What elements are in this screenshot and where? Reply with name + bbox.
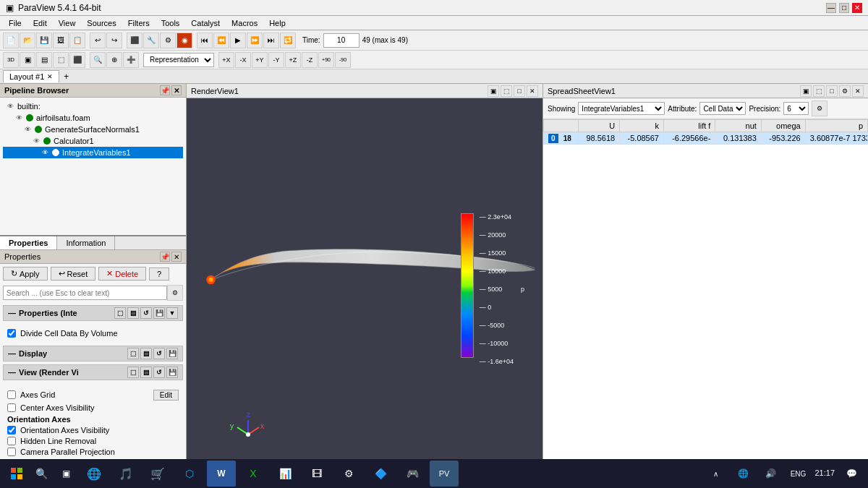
taskbar-app-edge[interactable]: 🌐 xyxy=(80,461,109,487)
time-input[interactable] xyxy=(323,33,359,48)
ss-showing-select[interactable]: IntegrateVariables1 xyxy=(578,102,665,115)
play-button[interactable]: ▶ xyxy=(230,33,246,48)
display-icon-2[interactable]: ▤ xyxy=(140,348,152,359)
menu-file[interactable]: File xyxy=(3,17,27,29)
axes-grid-edit-button[interactable]: Edit xyxy=(153,390,179,401)
new-button[interactable]: 📄 xyxy=(3,33,19,48)
taskbar-app-word[interactable]: W xyxy=(207,461,236,487)
taskbar-app-media[interactable]: 🎞 xyxy=(302,461,331,487)
reset-button[interactable]: ↩ Reset xyxy=(51,267,96,281)
rotate-90-plus[interactable]: +90 xyxy=(318,52,334,68)
tab-properties[interactable]: Properties xyxy=(0,236,57,249)
rv-btn2[interactable]: ⬚ xyxy=(501,85,512,97)
rotate-90-minus[interactable]: -90 xyxy=(335,52,351,68)
next-button[interactable]: ⏩ xyxy=(247,33,263,48)
tb-btn-4[interactable]: 🖼 xyxy=(53,33,69,48)
tab-information[interactable]: Information xyxy=(57,236,115,249)
rv-btn1[interactable]: ▣ xyxy=(488,85,499,97)
taskbar-app-blue[interactable]: 🔷 xyxy=(366,461,395,487)
maximize-button[interactable]: □ xyxy=(839,3,849,13)
view-z-minus[interactable]: -Z xyxy=(302,52,318,68)
view-x-plus[interactable]: +X xyxy=(218,52,234,68)
lang-button[interactable]: ENG xyxy=(787,463,809,484)
search-button[interactable]: 🔍 xyxy=(30,463,52,484)
taskbar-app-excel[interactable]: X xyxy=(239,461,268,487)
taskview-button[interactable]: ▣ xyxy=(55,463,77,484)
table-row[interactable]: 0 18 98.5618 -5.08567 -6.29566e- 0.13138… xyxy=(544,132,868,145)
rv-btn3[interactable]: □ xyxy=(514,85,525,97)
ss-attribute-select[interactable]: Cell Data xyxy=(699,102,746,115)
start-button[interactable] xyxy=(6,463,27,484)
view-z-plus[interactable]: +Z xyxy=(285,52,301,68)
tb2-btn1[interactable]: 3D xyxy=(3,52,19,68)
tb2-btn6[interactable]: 🔍 xyxy=(90,52,106,68)
help-button[interactable]: ? xyxy=(149,267,169,281)
network-icon[interactable]: 🌐 xyxy=(732,463,754,484)
section-icon-5[interactable]: ▼ xyxy=(166,307,178,319)
menu-view[interactable]: View xyxy=(53,17,82,29)
section-icon-4[interactable]: 💾 xyxy=(153,307,165,319)
taskbar-app-store[interactable]: 🛒 xyxy=(143,461,172,487)
search-input[interactable] xyxy=(3,286,167,300)
view-x-minus[interactable]: -X xyxy=(235,52,251,68)
col-header-k[interactable]: k xyxy=(620,120,664,132)
render-view-controls[interactable]: ▣ ⬚ □ ✕ xyxy=(488,85,538,97)
display-icon-1[interactable]: ⬚ xyxy=(127,348,139,359)
tb2-btn8[interactable]: ➕ xyxy=(123,52,139,68)
menu-macros[interactable]: Macros xyxy=(226,17,263,29)
tb-btn-10[interactable]: ⚙ xyxy=(160,33,176,48)
undo-button[interactable]: ↩ xyxy=(90,33,106,48)
view-icon-3[interactable]: ↺ xyxy=(153,367,165,378)
search-settings-icon[interactable]: ⚙ xyxy=(167,285,183,301)
col-header-nut[interactable]: nut xyxy=(715,120,761,132)
start-button[interactable]: ⏮ xyxy=(197,33,213,48)
section-icon-3[interactable]: ↺ xyxy=(140,307,152,319)
section-display[interactable]: — Display ⬚ ▤ ↺ 💾 xyxy=(3,346,183,361)
menu-edit[interactable]: Edit xyxy=(27,17,53,29)
section-view-render[interactable]: — View (Render Vi ⬚ ▤ ↺ 💾 xyxy=(3,364,183,380)
save-button[interactable]: 💾 xyxy=(36,33,52,48)
pipeline-builtin[interactable]: 👁 builtin: xyxy=(3,100,183,112)
tb-btn-11[interactable]: ◉ xyxy=(176,33,192,48)
orient-axes-visibility-checkbox[interactable] xyxy=(7,426,16,435)
col-header-p[interactable]: p xyxy=(805,120,867,132)
taskbar-app-paraview[interactable]: PV xyxy=(430,461,459,487)
add-layout-button[interactable]: + xyxy=(59,70,73,83)
menu-help[interactable]: Help xyxy=(263,17,292,29)
menu-filters[interactable]: Filters xyxy=(122,17,156,29)
apply-button[interactable]: ↻ Apply xyxy=(3,267,48,281)
ss-close[interactable]: ✕ xyxy=(852,85,864,97)
pipeline-header-buttons[interactable]: 📌 ✕ xyxy=(160,85,182,95)
display-icon-3[interactable]: ↺ xyxy=(153,348,165,359)
menu-sources[interactable]: Sources xyxy=(81,17,122,29)
pipeline-item-integrate[interactable]: 👁 IntegrateVariables1 xyxy=(3,147,183,158)
rv-close[interactable]: ✕ xyxy=(527,85,538,97)
axes-grid-checkbox[interactable] xyxy=(7,390,16,399)
spreadsheet-table[interactable]: U k lift f nut omega p 0 18 98.561 xyxy=(543,119,868,479)
loop-button[interactable]: 🔁 xyxy=(280,33,296,48)
taskbar-app-game[interactable]: 🎮 xyxy=(398,461,427,487)
pipeline-item-airfoil[interactable]: 👁 airfoilsatu.foam xyxy=(3,112,183,124)
tb-btn-9[interactable]: 🔧 xyxy=(143,33,159,48)
pipeline-pin[interactable]: 📌 xyxy=(160,85,170,95)
taskbar-app-settings[interactable]: ⚙ xyxy=(334,461,363,487)
ss-settings-btn[interactable]: ⚙ xyxy=(812,100,827,116)
camera-parallel-checkbox[interactable] xyxy=(7,448,16,456)
taskbar-app-hexagon[interactable]: ⬡ xyxy=(175,461,204,487)
layout-tab-1[interactable]: Layout #1 ✕ xyxy=(3,70,59,82)
titlebar-controls[interactable]: — □ ✕ xyxy=(826,3,862,13)
view-icon-1[interactable]: ⬚ xyxy=(127,367,139,378)
delete-button[interactable]: ✕ Delete xyxy=(98,267,146,281)
tb2-btn3[interactable]: ▤ xyxy=(36,52,52,68)
section-icon-2[interactable]: ▤ xyxy=(127,307,139,319)
tb2-btn5[interactable]: ⬛ xyxy=(69,52,85,68)
view-icon-2[interactable]: ▤ xyxy=(140,367,152,378)
col-header-omega[interactable]: omega xyxy=(761,120,805,132)
tb-btn-5[interactable]: 📋 xyxy=(69,33,85,48)
tb2-btn7[interactable]: ⊕ xyxy=(106,52,122,68)
ss-btn1[interactable]: ▣ xyxy=(800,85,812,97)
taskbar-app-music[interactable]: 🎵 xyxy=(111,461,140,487)
minimize-button[interactable]: — xyxy=(826,3,836,13)
view-y-minus[interactable]: -Y xyxy=(268,52,284,68)
taskbar-chevron[interactable]: ∧ xyxy=(705,463,726,484)
